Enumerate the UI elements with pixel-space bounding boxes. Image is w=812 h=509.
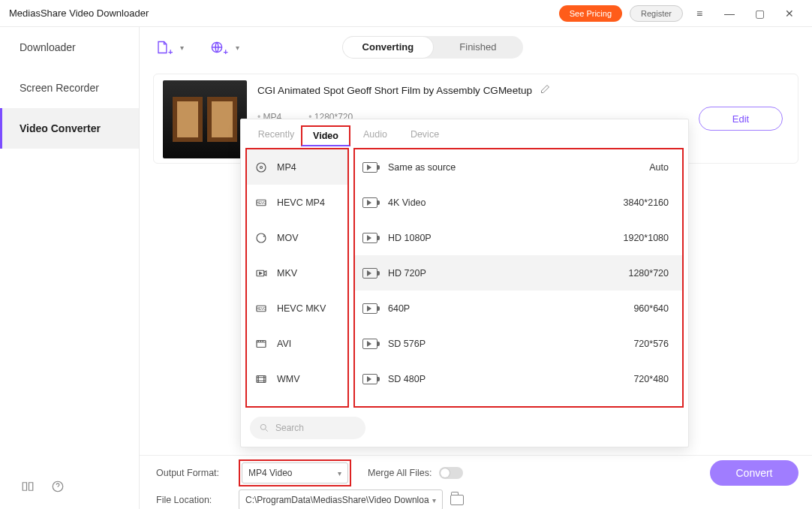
- output-format-select[interactable]: MP4 Video▾: [242, 462, 348, 483]
- output-format-label: Output Format:: [156, 468, 231, 478]
- bottom-bar: Output Format: MP4 Video▾ Merge All File…: [140, 455, 812, 509]
- file-location-select[interactable]: C:\ProgramData\MediasShare\Video Downloa…: [239, 489, 443, 509]
- format-popover: RecentlyVideoAudioDevice MP4HEVCHEVC MP4…: [240, 119, 689, 447]
- convert-button[interactable]: Convert: [710, 460, 798, 486]
- format-hevc-mp4[interactable]: HEVCHEVC MP4: [247, 185, 347, 220]
- format-tab-recently[interactable]: Recently: [251, 125, 301, 146]
- resolution-list: Same as sourceAuto4K Video3840*2160HD 10…: [353, 148, 684, 408]
- status-tabs: Converting Finished: [343, 36, 523, 59]
- resolution-4k-video[interactable]: 4K Video3840*2160: [355, 185, 682, 220]
- format-mp4[interactable]: MP4: [247, 149, 347, 185]
- format-tab-device[interactable]: Device: [400, 125, 450, 146]
- format-hevc-mkv[interactable]: HEVCHEVC MKV: [247, 291, 347, 326]
- format-tab-video[interactable]: Video: [301, 125, 350, 146]
- edit-button[interactable]: Edit: [699, 107, 783, 131]
- sidebar-item-downloader[interactable]: Downloader: [0, 27, 139, 68]
- close-icon[interactable]: ✕: [776, 8, 803, 20]
- file-location-label: File Location:: [156, 495, 231, 505]
- format-wmv[interactable]: WMV: [247, 361, 347, 396]
- format-search[interactable]: Search: [250, 417, 365, 439]
- resolution-640p[interactable]: 640P960*640: [355, 291, 682, 326]
- minimize-icon[interactable]: ―: [716, 8, 743, 20]
- sidebar-item-screen-recorder[interactable]: Screen Recorder: [0, 68, 139, 108]
- resolution-sd-576p[interactable]: SD 576P720*576: [355, 326, 682, 361]
- resolution-hd-1080p[interactable]: HD 1080P1920*1080: [355, 220, 682, 255]
- resolution-same-as-source[interactable]: Same as sourceAuto: [355, 149, 682, 185]
- sidebar: DownloaderScreen RecorderVideo Converter: [0, 27, 140, 509]
- tab-finished[interactable]: Finished: [433, 37, 523, 58]
- content: + ▾ + ▾ Converting Finished CGI Animated…: [140, 27, 812, 509]
- svg-point-12: [260, 424, 266, 429]
- thumbnail: [163, 80, 247, 158]
- svg-point-2: [257, 163, 266, 172]
- svg-point-6: [257, 233, 266, 242]
- svg-point-3: [260, 166, 263, 168]
- maximize-icon[interactable]: ▢: [746, 8, 773, 20]
- toolbar: + ▾ + ▾ Converting Finished: [140, 32, 812, 63]
- merge-label: Merge All Files:: [368, 468, 432, 478]
- sidebar-item-video-converter[interactable]: Video Converter: [0, 108, 139, 149]
- svg-text:HEVC: HEVC: [257, 307, 266, 311]
- menu-icon[interactable]: ≡: [686, 8, 713, 20]
- app-title: MediasShare Video Downloader: [9, 8, 559, 19]
- format-mov[interactable]: MOV: [247, 220, 347, 255]
- register-button[interactable]: Register: [630, 5, 683, 22]
- add-url-button[interactable]: + ▾: [209, 40, 239, 55]
- see-pricing-button[interactable]: See Pricing: [559, 5, 622, 22]
- format-tab-audio[interactable]: Audio: [350, 125, 400, 146]
- titlebar: MediasShare Video Downloader See Pricing…: [0, 0, 812, 27]
- open-folder-icon[interactable]: [450, 495, 464, 505]
- merge-toggle[interactable]: [439, 467, 463, 479]
- add-file-button[interactable]: + ▾: [155, 40, 184, 55]
- search-icon: [259, 423, 269, 433]
- file-title: CGI Animated Spot Geoff Short Film by As…: [257, 85, 532, 96]
- format-avi[interactable]: AVI: [247, 326, 347, 361]
- format-mkv[interactable]: MKV: [247, 255, 347, 291]
- rename-icon[interactable]: [540, 83, 551, 97]
- resolution-sd-480p[interactable]: SD 480P720*480: [355, 361, 682, 396]
- tab-converting[interactable]: Converting: [343, 37, 433, 58]
- resolution-hd-720p[interactable]: HD 720P1280*720: [355, 255, 682, 291]
- help-icon[interactable]: [51, 480, 65, 496]
- guide-icon[interactable]: [21, 480, 35, 496]
- svg-text:HEVC: HEVC: [257, 201, 266, 205]
- format-list: MP4HEVCHEVC MP4MOVMKVHEVCHEVC MKVAVIWMV: [245, 148, 349, 408]
